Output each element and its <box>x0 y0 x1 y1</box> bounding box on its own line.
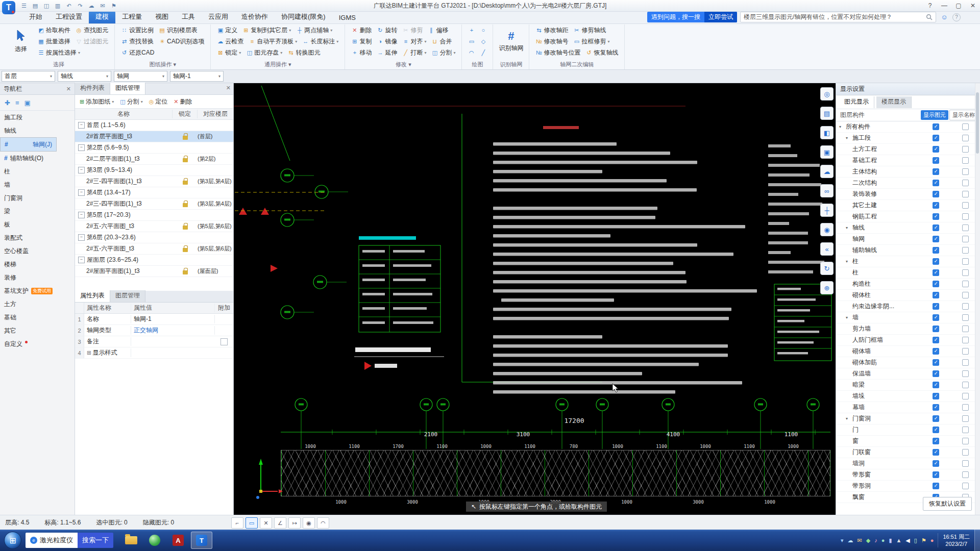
ribbon-button[interactable]: ◇ <box>477 36 489 46</box>
link-icon[interactable]: ∞ <box>820 184 834 197</box>
undo-icon[interactable]: ↶ <box>64 2 74 10</box>
show-element-checkbox[interactable] <box>933 337 939 343</box>
property-row[interactable]: 1名称轴网-1 <box>75 314 233 325</box>
show-name-checkbox[interactable] <box>962 247 969 254</box>
show-element-checkbox[interactable] <box>933 168 939 175</box>
display-tree-row[interactable]: 人防门框墙 <box>836 335 980 346</box>
show-element-checkbox[interactable] <box>933 135 939 141</box>
show-name-checkbox[interactable] <box>962 393 969 399</box>
restore-default-button[interactable]: 恢复默认设置 <box>923 497 972 511</box>
net-tray-icon[interactable]: ▲ <box>896 538 901 543</box>
ribbon-button[interactable]: ≡对齐▾ <box>400 36 429 46</box>
element-select[interactable]: 轴网-1▾ <box>170 71 224 82</box>
show-element-checkbox[interactable] <box>933 123 939 130</box>
display-tree-row[interactable]: 幕墙 <box>836 402 980 413</box>
type-select[interactable]: 轴网▾ <box>114 71 167 82</box>
panel-tab[interactable]: 构件列表 <box>75 83 110 94</box>
show-name-checkbox[interactable] <box>962 146 969 153</box>
show-element-checkbox[interactable] <box>933 191 939 197</box>
collapse-icon[interactable]: − <box>78 122 85 129</box>
show-element-checkbox[interactable] <box>933 202 939 209</box>
ribbon-button[interactable]: ⊞复制到其它层▾ <box>240 25 293 35</box>
show-element-checkbox[interactable] <box>933 348 939 355</box>
floor-group-row[interactable]: −首层 (1.1~5.6) <box>75 120 233 131</box>
ribbon-big-button[interactable]: #识别轴网 <box>497 24 525 58</box>
taskbar-app[interactable]: A <box>167 532 189 549</box>
chevron-down-icon[interactable]: ▾ <box>839 124 844 129</box>
sheet-toolbar-button[interactable]: ◎定位 <box>146 96 170 107</box>
show-name-checkbox[interactable] <box>962 202 969 209</box>
sheet-row[interactable]: 2#三-四平面图(1)_t3(第3层,第4层) <box>75 198 233 210</box>
show-name-checkbox[interactable] <box>962 348 969 355</box>
taskbar-clock[interactable]: 16:51 周二 2023/2/7 <box>938 533 974 548</box>
app-logo[interactable]: T <box>2 1 15 14</box>
cad-canvas[interactable]: 2100310041001100172001000110017001100100… <box>234 83 836 515</box>
ribbon-button[interactable]: ✕删除 <box>349 25 374 35</box>
show-element-checkbox[interactable] <box>933 382 939 388</box>
layers-icon[interactable]: ▣ <box>820 145 834 159</box>
show-name-checkbox[interactable] <box>962 269 969 276</box>
ribbon-button[interactable]: ◠ <box>465 47 477 58</box>
display-tree-row[interactable]: 带形洞 <box>836 481 980 492</box>
menu-icon[interactable]: ☰ <box>19 2 29 10</box>
display-tree-row[interactable]: 带形窗 <box>836 469 980 481</box>
show-name-checkbox[interactable] <box>962 415 969 422</box>
show-name-checkbox[interactable] <box>962 359 969 366</box>
close-button[interactable]: ✕ <box>966 1 980 10</box>
ribbon-tab[interactable]: IGMS <box>332 12 362 23</box>
show-element-checkbox[interactable] <box>933 415 939 422</box>
show-element-checkbox[interactable] <box>933 325 939 332</box>
try-now-button[interactable]: 立即尝试 <box>704 12 737 22</box>
show-name-checkbox[interactable] <box>962 303 969 310</box>
display-tree-row[interactable]: 土方工程 <box>836 144 980 155</box>
collapse-icon[interactable]: − <box>78 257 85 263</box>
measure-icon[interactable]: ┼ <box>820 204 834 217</box>
ribbon-tab[interactable]: 云应用 <box>202 11 235 23</box>
display-tree-row[interactable]: 剪力墙 <box>836 323 980 335</box>
tangent-icon[interactable]: ↦ <box>288 517 301 529</box>
display-tree-row[interactable]: 装饰装修 <box>836 189 980 200</box>
ribbon-button[interactable]: ↔长度标注▾ <box>300 36 341 46</box>
show-name-checkbox[interactable] <box>962 180 969 186</box>
ribbon-button[interactable]: ↺还原CAD <box>118 47 157 58</box>
floor-group-row[interactable]: −第4层 (13.4~17) <box>75 187 233 198</box>
chevron-down-icon[interactable]: ▾ <box>846 416 850 421</box>
ribbon-button[interactable]: ⇄查找替换 <box>118 36 156 46</box>
taskbar-search-widget[interactable]: e 激光粒度仪 搜索一下 <box>26 533 113 548</box>
display-tree-row[interactable]: 墙洞 <box>836 458 980 469</box>
display-tree-row[interactable]: 辅助轴线 <box>836 245 980 256</box>
show-element-checkbox[interactable] <box>933 247 939 254</box>
osnap-icon[interactable]: ◉ <box>303 517 315 529</box>
collapse-icon[interactable]: − <box>78 144 85 151</box>
help-search-box[interactable]: 楼层三维显示图元/轴网有错位，位置不对应如何处理？ <box>740 12 936 22</box>
collapse-icon[interactable]: − <box>78 167 85 173</box>
display-tree-row[interactable]: 二次结构 <box>836 178 980 189</box>
collapse-icon[interactable]: − <box>78 212 85 218</box>
taskbar-app[interactable] <box>120 532 142 549</box>
display-tree-row[interactable]: 砌体柱 <box>836 290 980 301</box>
sheet-icon[interactable]: ▤ <box>820 107 834 120</box>
floor-group-row[interactable]: −第2层 (5.6~9.5) <box>75 142 233 154</box>
ribbon-button[interactable]: ◎查找图元 <box>73 25 111 35</box>
new-icon[interactable]: ▤ <box>31 2 40 10</box>
taskbar-app[interactable] <box>144 532 165 549</box>
pin-icon[interactable]: ✚ <box>5 99 10 107</box>
collapse-icon[interactable]: − <box>78 189 85 196</box>
show-name-checkbox[interactable] <box>962 325 969 332</box>
show-name-checkbox[interactable] <box>962 236 969 242</box>
display-tree-row[interactable]: 保温墙 <box>836 368 980 380</box>
mail-tray-icon[interactable]: ✉ <box>857 538 862 543</box>
show-element-checkbox[interactable] <box>933 258 939 265</box>
usb-tray-icon[interactable]: ▮ <box>889 538 892 543</box>
music-tray-icon[interactable]: ♪ <box>874 538 877 543</box>
close-icon[interactable]: ✕ <box>66 86 71 92</box>
magnet-icon[interactable]: ◉ <box>820 223 834 236</box>
ribbon-tab[interactable]: 工程设置 <box>49 11 89 23</box>
chevron-down-icon[interactable]: ▾ <box>846 315 850 320</box>
ribbon-button[interactable]: ◫分割▾ <box>429 47 458 58</box>
display-tree-row[interactable]: 门联窗 <box>836 447 980 458</box>
chat-tray-icon[interactable]: ● <box>881 538 885 543</box>
ribbon-button[interactable]: ╱打断▾ <box>400 47 429 58</box>
sheet-toolbar-button[interactable]: ◫分割▾ <box>117 96 145 107</box>
maximize-button[interactable]: ▢ <box>951 1 966 10</box>
